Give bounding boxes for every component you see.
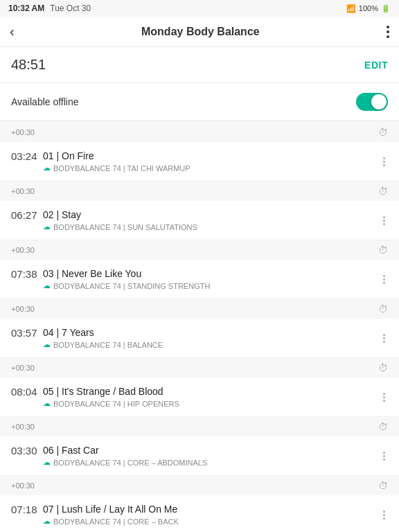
separator-3: +00:30 ⏱ [0,299,399,319]
cloud-icon-6: ☁ [43,517,51,526]
dot-2 [383,514,385,516]
edit-button[interactable]: EDIT [364,60,388,71]
track-more-button-5[interactable] [380,449,388,463]
track-subtitle-6: ☁ BODYBALANCE 74 | CORE – BACK [43,517,179,526]
track-time-3: 03:57 [11,327,37,339]
dot-3 [383,164,385,166]
track-left-5: 03:30 06 | Fast Car ☁ BODYBALANCE 74 | C… [11,445,207,467]
content-area: 48:51 EDIT Available offline +00:30 ⏱ 03… [0,47,399,532]
track-title-3: 04 | 7 Years [43,327,163,338]
more-dot-1 [387,26,389,28]
dot-3 [383,517,385,520]
separator-duration-3: +00:30 [11,305,35,313]
cloud-icon-3: ☁ [43,340,51,349]
track-more-button-4[interactable] [380,390,388,405]
track-row[interactable]: 03:30 06 | Fast Car ☁ BODYBALANCE 74 | C… [0,436,399,476]
dot-1 [383,393,385,395]
track-title-2: 03 | Never Be Like You [43,268,210,279]
status-bar: 10:32 AM Tue Oct 30 📶 100% 🔋 [0,0,399,17]
more-dot-2 [387,30,389,33]
track-more-button-1[interactable] [380,213,388,228]
track-row[interactable]: 07:18 07 | Lush Life / Lay It All On Me … [0,495,399,532]
track-time-1: 06:27 [11,209,37,221]
track-more-button-0[interactable] [380,154,388,169]
separator-duration-5: +00:30 [11,423,35,431]
track-time-0: 03:24 [11,150,37,162]
separator-duration-1: +00:30 [11,187,35,195]
track-meta-6: BODYBALANCE 74 | CORE – BACK [53,517,179,526]
track-more-button-6[interactable] [380,508,388,522]
separator-5: +00:30 ⏱ [0,417,399,436]
offline-toggle[interactable] [356,93,388,111]
dot-3 [383,223,385,225]
track-row[interactable]: 06:27 02 | Stay ☁ BODYBALANCE 74 | SUN S… [0,201,399,240]
clock-icon-0: ⏱ [378,127,388,138]
battery-label: 100% [359,4,378,12]
status-icons: 📶 100% 🔋 [346,4,391,13]
clock-icon-4: ⏱ [378,362,388,373]
track-left-2: 07:38 03 | Never Be Like You ☁ BODYBALAN… [11,268,210,290]
dot-2 [383,161,385,163]
separator-0: +00:30 ⏱ [0,123,399,142]
track-row[interactable]: 03:57 04 | 7 Years ☁ BODYBALANCE 74 | BA… [0,319,399,358]
dot-3 [383,459,385,461]
track-info-0: 03:24 [11,150,37,162]
track-time-4: 08:04 [11,386,37,398]
track-left-3: 03:57 04 | 7 Years ☁ BODYBALANCE 74 | BA… [11,327,163,349]
track-row[interactable]: 08:04 05 | It's Strange / Bad Blood ☁ BO… [0,378,399,417]
separator-6: +00:30 ⏱ [0,476,399,495]
track-title-1: 02 | Stay [43,209,197,220]
track-title-4: 05 | It's Strange / Bad Blood [43,386,179,397]
dot-1 [383,157,385,159]
track-details-5: 06 | Fast Car ☁ BODYBALANCE 74 | CORE – … [43,445,207,467]
more-button[interactable] [387,26,389,38]
cloud-icon-0: ☁ [43,163,51,172]
dot-1 [383,334,385,336]
track-info-5: 03:30 [11,445,37,456]
track-left-6: 07:18 07 | Lush Life / Lay It All On Me … [11,504,179,526]
clock-icon-3: ⏱ [378,303,388,314]
total-duration: 48:51 [11,57,46,73]
dot-1 [383,511,385,513]
page-title: Monday Body Balance [15,26,387,38]
dot-2 [383,278,385,281]
dot-2 [383,396,385,398]
track-info-6: 07:18 [11,504,37,515]
track-info-2: 07:38 [11,268,37,280]
track-info-3: 03:57 [11,327,37,339]
track-title-0: 01 | On Fire [43,150,190,161]
header-section: 48:51 EDIT [0,47,399,83]
track-details-6: 07 | Lush Life / Lay It All On Me ☁ BODY… [43,504,179,526]
track-row[interactable]: 03:24 01 | On Fire ☁ BODYBALANCE 74 | TA… [0,142,399,181]
track-row[interactable]: 07:38 03 | Never Be Like You ☁ BODYBALAN… [0,260,399,299]
clock-icon-6: ⏱ [378,480,388,491]
track-time-2: 07:38 [11,268,37,280]
track-subtitle-5: ☁ BODYBALANCE 74 | CORE – ABDOMINALS [43,458,207,467]
track-meta-4: BODYBALANCE 74 | HIP OPENERS [53,400,179,408]
track-more-button-2[interactable] [380,272,388,287]
separator-duration-0: +00:30 [11,128,35,136]
track-meta-1: BODYBALANCE 74 | SUN SALUTATIONS [53,223,197,231]
separator-4: +00:30 ⏱ [0,358,399,378]
dot-1 [383,216,385,218]
clock-icon-5: ⏱ [378,421,388,432]
track-more-button-3[interactable] [380,331,388,346]
clock-icon-2: ⏱ [378,245,388,256]
cloud-icon-2: ☁ [43,281,51,290]
dot-2 [383,455,385,457]
track-meta-2: BODYBALANCE 74 | STANDING STRENGTH [53,282,210,290]
wifi-icon: 📶 [346,4,356,13]
track-subtitle-0: ☁ BODYBALANCE 74 | TAI CHI WARMUP [43,163,190,172]
offline-row: Available offline [0,83,399,121]
dot-3 [383,282,385,284]
back-button[interactable]: ‹ [10,24,15,39]
dot-3 [383,400,385,402]
track-title-5: 06 | Fast Car [43,445,207,456]
separator-2: +00:30 ⏱ [0,240,399,260]
status-date: Tue Oct 30 [50,3,91,13]
track-left-4: 08:04 05 | It's Strange / Bad Blood ☁ BO… [11,386,179,408]
separator-1: +00:30 ⏱ [0,181,399,201]
dot-1 [383,452,385,454]
more-dot-3 [387,35,389,38]
track-title-6: 07 | Lush Life / Lay It All On Me [43,504,179,515]
